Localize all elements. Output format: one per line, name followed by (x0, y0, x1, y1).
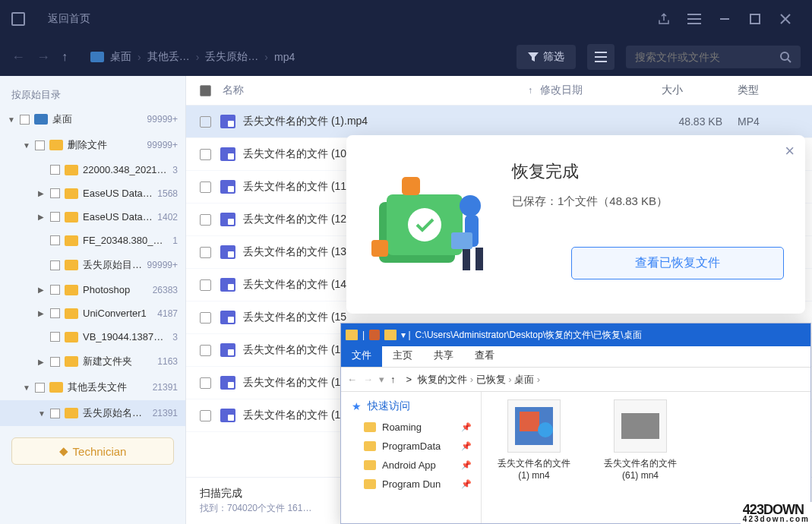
tree-item[interactable]: ▼删除文件99999+ (0, 132, 185, 158)
tree-checkbox[interactable] (50, 260, 60, 270)
tree-caret-icon[interactable]: ▶ (38, 286, 46, 294)
explorer-titlebar[interactable]: | ▾ | C:\Users\Administrator\Desktop\恢复的… (341, 324, 810, 346)
explorer-file-item[interactable]: 丢失文件名的文件 (61) mn4 (599, 399, 682, 481)
tree-checkbox[interactable] (50, 409, 60, 418)
col-type-header[interactable]: 类型 (738, 84, 798, 97)
row-checkbox[interactable] (200, 312, 211, 324)
file-row[interactable]: 丢失文件名的文件 (1).mp448.83 KBMP4 (186, 106, 812, 138)
sort-asc-icon[interactable]: ↑ (528, 85, 532, 96)
nav-up-icon[interactable]: ↑ (390, 374, 396, 385)
view-recovered-button[interactable]: 查看已恢复文件 (571, 247, 784, 279)
video-file-icon (220, 278, 235, 292)
col-date-header[interactable]: 修改日期 (540, 84, 662, 97)
tree-caret-icon[interactable]: ▶ (38, 358, 46, 366)
path-crumb[interactable]: 桌面 (514, 374, 534, 385)
path-crumb[interactable]: 恢复的文件 (418, 374, 467, 385)
tree-item[interactable]: ▶EaseUS Data Re…1402 (0, 205, 185, 229)
row-checkbox[interactable] (200, 247, 211, 258)
tree-item[interactable]: FE_20348.380_202…1 (0, 229, 185, 252)
tree-checkbox[interactable] (50, 308, 60, 318)
minimize-button[interactable] (709, 4, 740, 34)
tree-item[interactable]: 丢失原始目录…99999+ (0, 252, 185, 278)
row-checkbox[interactable] (200, 377, 211, 389)
nav-forward-icon[interactable]: → (36, 49, 50, 65)
quick-access-item[interactable]: ProgramData📌 (341, 437, 481, 456)
tree-checkbox[interactable] (50, 212, 60, 222)
ribbon-tab[interactable]: 文件 (341, 344, 382, 367)
folder-icon (65, 332, 78, 342)
ribbon-tab[interactable]: 主页 (382, 344, 423, 367)
nav-up-icon[interactable]: ↑ (62, 50, 68, 64)
home-icon[interactable] (11, 12, 25, 26)
tree-item[interactable]: 22000.348_2021.11…3 (0, 158, 185, 182)
tree-item[interactable]: VB_19044.1387_20…3 (0, 325, 185, 349)
tree-checkbox[interactable] (50, 332, 60, 342)
folder-icon (65, 285, 78, 295)
tree-caret-icon[interactable]: ▶ (38, 189, 46, 197)
tree-checkbox[interactable] (50, 235, 60, 245)
tree-checkbox[interactable] (50, 285, 60, 295)
row-checkbox[interactable] (200, 182, 211, 193)
tree-item[interactable]: ▶Photoshop26383 (0, 278, 185, 301)
tree-checkbox[interactable] (50, 188, 60, 198)
file-name: 丢失文件名的文件 (1) mn4 (492, 457, 576, 481)
tree-caret-icon[interactable]: ▶ (38, 213, 46, 221)
tree-item[interactable]: ▼其他丢失文件21391 (0, 374, 185, 400)
tree-item[interactable]: ▶UniConverter14187 (0, 301, 185, 325)
quick-access-item[interactable]: Program Dun📌 (341, 475, 481, 494)
tree-item[interactable]: ▶EaseUS Data Re…1568 (0, 182, 185, 205)
technician-badge[interactable]: ◆ Technician (11, 437, 174, 465)
col-name-header[interactable]: 名称 (223, 84, 244, 97)
folder-icon (90, 52, 104, 62)
quick-access-item[interactable]: Roaming📌 (341, 418, 481, 437)
row-checkbox[interactable] (200, 345, 211, 356)
ribbon-tab[interactable]: 共享 (423, 344, 464, 367)
breadcrumb[interactable]: 桌面›其他丢…›丢失原始…›mp4 (90, 50, 295, 64)
share-icon[interactable] (649, 4, 679, 34)
nav-forward-icon[interactable]: → (363, 374, 373, 385)
search-box[interactable] (626, 46, 801, 68)
tree-count: 1568 (157, 188, 178, 199)
explorer-file-item[interactable]: 丢失文件名的文件 (1) mn4 (492, 399, 576, 481)
tree-checkbox[interactable] (50, 165, 60, 175)
tree-caret-icon[interactable]: ▶ (38, 309, 46, 317)
tree-checkbox[interactable] (35, 140, 45, 150)
explorer-address-bar[interactable]: ← → ▾ ↑ > 恢复的文件 › 已恢复 › 桌面 › (341, 368, 810, 392)
col-size-header[interactable]: 大小 (662, 84, 738, 97)
tree-item[interactable]: ▶新建文件夹1163 (0, 349, 185, 374)
breadcrumb-item[interactable]: 桌面 (110, 50, 131, 64)
close-button[interactable] (770, 4, 801, 34)
tree-caret-icon[interactable]: ▼ (23, 384, 30, 392)
row-checkbox[interactable] (200, 116, 211, 128)
row-checkbox[interactable] (200, 279, 211, 291)
breadcrumb-item[interactable]: 其他丢… (147, 50, 190, 64)
select-all-checkbox[interactable] (200, 85, 211, 96)
tree-item[interactable]: ▼桌面99999+ (0, 106, 185, 132)
breadcrumb-item[interactable]: 丢失原始… (205, 50, 258, 64)
row-checkbox[interactable] (200, 214, 211, 226)
tree-caret-icon[interactable]: ▼ (23, 141, 30, 150)
tree-checkbox[interactable] (50, 357, 60, 367)
path-crumb[interactable]: 已恢复 (476, 374, 506, 385)
filter-button[interactable]: 筛选 (517, 45, 576, 69)
tree-checkbox[interactable] (20, 115, 30, 125)
ribbon-tab[interactable]: 查看 (464, 344, 505, 367)
row-checkbox[interactable] (200, 149, 211, 160)
dialog-close-button[interactable]: × (785, 141, 795, 161)
tree-caret-icon[interactable]: ▼ (38, 409, 46, 418)
maximize-button[interactable] (740, 4, 770, 34)
tree-item[interactable]: ▼丢失原始名… ⓘ21391 (0, 400, 185, 426)
tree-label: Photoshop (83, 284, 148, 295)
tree-checkbox[interactable] (35, 383, 45, 393)
list-view-button[interactable] (587, 44, 615, 70)
quick-access-header[interactable]: ★ 快速访问 (341, 395, 481, 418)
back-home-link[interactable]: 返回首页 (48, 12, 90, 26)
menu-icon[interactable] (679, 4, 709, 34)
breadcrumb-item[interactable]: mp4 (274, 51, 295, 63)
tree-caret-icon[interactable]: ▼ (8, 115, 15, 124)
nav-back-icon[interactable]: ← (11, 49, 25, 65)
nav-back-icon[interactable]: ← (347, 374, 357, 385)
search-input[interactable] (635, 51, 779, 63)
quick-access-item[interactable]: Android App📌 (341, 456, 481, 475)
row-checkbox[interactable] (200, 410, 211, 421)
